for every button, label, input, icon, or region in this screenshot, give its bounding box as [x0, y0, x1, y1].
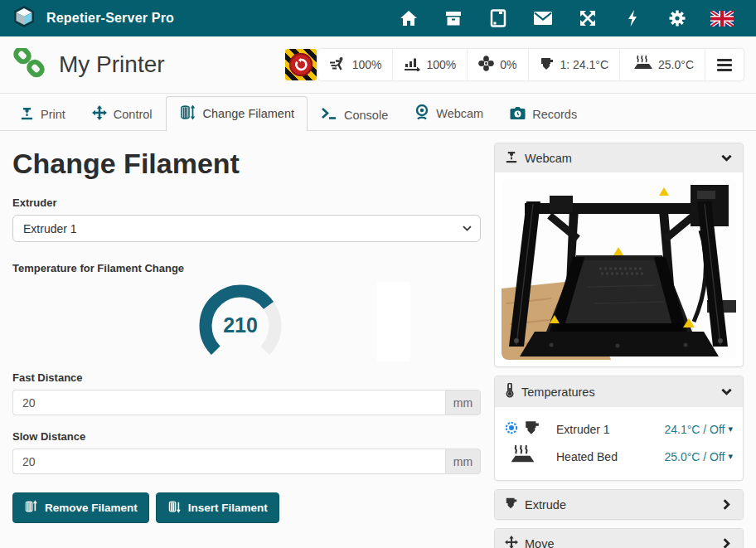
collapse-chevron-icon	[720, 152, 733, 164]
change-filament-panel: Change Filament Extruder Extruder 1 Temp…	[12, 143, 481, 548]
speed-value: 100%	[352, 58, 382, 71]
manual-icon[interactable]	[476, 9, 521, 27]
tab-change-filament-label: Change Filament	[203, 107, 294, 120]
slow-distance-input[interactable]	[12, 449, 445, 474]
webcam-print-icon	[505, 150, 518, 166]
fast-distance-input[interactable]	[12, 390, 445, 415]
webcam-icon	[414, 104, 429, 123]
extruder-temp-value: 1: 24.1°C	[560, 58, 609, 71]
fan-value: 0%	[500, 58, 516, 71]
tab-change-filament[interactable]: Change Filament	[166, 96, 308, 131]
tab-console[interactable]: Console	[308, 99, 401, 131]
tab-records-label: Records	[532, 108, 577, 121]
extruder-label: Extruder	[12, 196, 481, 209]
move-panel-title: Move	[525, 537, 554, 548]
records-icon	[510, 106, 526, 123]
fast-distance-unit: mm	[445, 390, 481, 415]
extrude-panel-title: Extrude	[525, 498, 566, 512]
collapse-chevron-icon	[720, 386, 733, 398]
remove-filament-button[interactable]: Remove Filament	[12, 492, 149, 523]
page-title: Change Filament	[12, 148, 481, 180]
tab-print-label: Print	[41, 108, 65, 121]
messages-icon[interactable]	[521, 11, 565, 26]
thermometer-icon	[505, 383, 515, 400]
power-icon[interactable]	[610, 9, 655, 27]
slow-distance-label: Slow Distance	[12, 430, 481, 443]
connected-icon	[12, 48, 46, 81]
fan-icon	[478, 56, 494, 74]
bed-name: Heated Bed	[556, 450, 618, 463]
emergency-stop-icon	[289, 53, 313, 76]
tab-print[interactable]: Print	[7, 98, 79, 131]
insert-filament-button[interactable]: Insert Filament	[156, 492, 279, 523]
bed-temp-dropdown[interactable]: 25.0°C / Off▾	[664, 450, 733, 463]
extruder-name: Extruder 1	[556, 423, 610, 436]
bed-temp-value: 25.0°C	[658, 58, 694, 71]
console-icon	[321, 107, 337, 123]
tab-webcam[interactable]: Webcam	[401, 96, 497, 131]
tab-console-label: Console	[344, 109, 388, 122]
temperature-knob[interactable]: 210	[195, 280, 286, 375]
speed-badge[interactable]: 100%	[318, 49, 394, 80]
flow-icon	[404, 56, 420, 74]
navbar-icons	[386, 9, 744, 27]
settings-icon[interactable]	[655, 9, 700, 27]
printer-header: My Printer 100%	[0, 36, 756, 94]
tab-webcam-label: Webcam	[436, 107, 483, 120]
right-sidebar: Webcam	[494, 143, 744, 548]
printer-menu-button[interactable]	[705, 49, 744, 80]
print-icon	[20, 106, 34, 123]
extruder-icon	[540, 56, 555, 74]
temperature-value: 210	[223, 313, 258, 337]
brand-name: Repetier-Server Pro	[46, 11, 174, 26]
temperatures-panel-title: Temperatures	[521, 386, 595, 399]
fan-badge[interactable]: 0%	[468, 49, 528, 80]
temperatures-panel: Temperatures	[494, 376, 744, 481]
selected-target-icon[interactable]	[505, 421, 518, 438]
webcam-panel-title: Webcam	[525, 152, 572, 165]
bed-temp-row: Heated Bed 25.0°C / Off▾	[505, 443, 733, 470]
emergency-stop-button[interactable]	[285, 49, 317, 80]
webcam-image[interactable]	[495, 172, 743, 366]
temperature-gauge-row: 210	[12, 280, 481, 371]
caret-down-icon: ▾	[728, 424, 733, 434]
status-badges: 100% 100%	[318, 49, 744, 80]
temperature-slider[interactable]	[377, 282, 410, 361]
home-icon[interactable]	[386, 10, 431, 27]
repetier-logo-icon	[12, 4, 36, 32]
heated-bed-icon	[631, 56, 652, 74]
filament-up-icon	[24, 500, 38, 516]
brand[interactable]: Repetier-Server Pro	[12, 4, 174, 32]
caret-down-icon: ▾	[728, 451, 733, 462]
printer-title: My Printer	[59, 51, 165, 78]
printer-box-icon[interactable]	[431, 10, 476, 27]
top-navbar: Repetier-Server Pro	[0, 0, 756, 36]
fullscreen-icon[interactable]	[565, 9, 610, 27]
webcam-panel-header[interactable]: Webcam	[495, 143, 743, 172]
extruder-icon	[524, 419, 540, 439]
heated-bed-icon	[506, 445, 535, 468]
control-move-icon	[92, 105, 107, 123]
extrude-panel-header[interactable]: Extrude	[495, 490, 743, 519]
move-icon	[505, 536, 518, 548]
extruder-select[interactable]: Extruder 1	[12, 215, 481, 242]
extruder-temp-dropdown[interactable]: 24.1°C / Off▾	[664, 423, 733, 436]
printer-tabbar: Print Control Change Filament	[0, 94, 756, 131]
flow-value: 100%	[426, 58, 456, 71]
tab-control[interactable]: Control	[79, 97, 166, 131]
filament-change-icon	[179, 104, 196, 123]
remove-filament-label: Remove Filament	[45, 502, 138, 514]
speed-icon	[329, 56, 346, 74]
tab-control-label: Control	[114, 108, 153, 121]
extrude-panel: Extrude	[494, 489, 744, 520]
move-panel-header[interactable]: Move	[495, 529, 743, 548]
tab-records[interactable]: Records	[497, 98, 590, 131]
language-flag-icon[interactable]	[700, 11, 744, 27]
extruder-temp-row: Extruder 1 24.1°C / Off▾	[505, 415, 733, 443]
temperature-label: Temperature for Filament Change	[12, 262, 481, 274]
temperatures-panel-header[interactable]: Temperatures	[495, 376, 743, 407]
bed-temp-badge[interactable]: 25.0°C	[620, 49, 705, 80]
move-panel: Move	[494, 528, 744, 548]
flow-badge[interactable]: 100%	[393, 49, 468, 80]
extruder-temp-badge[interactable]: 1: 24.1°C	[529, 49, 621, 80]
